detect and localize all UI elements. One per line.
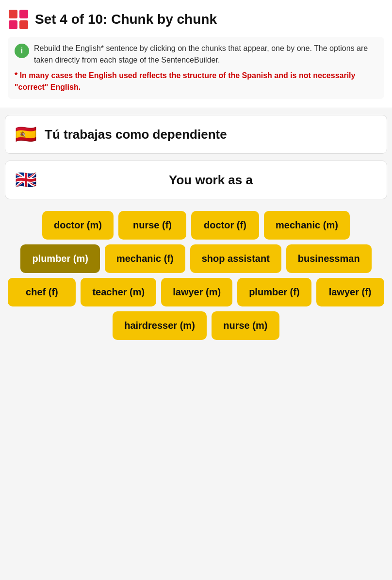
- header-title-row: Set 4 of 10: Chunk by chunk: [8, 9, 384, 30]
- english-sentence: You work as a: [45, 173, 377, 188]
- warning-text: * In many cases the English used reflect…: [15, 70, 377, 93]
- chunk-button[interactable]: hairdresser (m): [113, 311, 207, 340]
- spanish-flag: 🇪🇸: [15, 124, 37, 145]
- info-icon: i: [15, 44, 29, 58]
- chunk-button[interactable]: shop assistant: [190, 244, 281, 273]
- chunk-button[interactable]: mechanic (m): [264, 211, 350, 240]
- info-text: Rebuild the English* sentence by clickin…: [34, 43, 377, 66]
- chunk-button[interactable]: businessman: [286, 244, 372, 273]
- english-answer-section: 🇬🇧 You work as a: [5, 161, 387, 199]
- header-section: Set 4 of 10: Chunk by chunk i Rebuild th…: [0, 0, 392, 108]
- svg-rect-0: [9, 10, 17, 18]
- chunk-button[interactable]: teacher (m): [81, 278, 156, 306]
- chunk-button[interactable]: chef (f): [8, 278, 76, 306]
- app-icon: [8, 9, 29, 30]
- chunk-button[interactable]: plumber (f): [237, 278, 311, 306]
- svg-rect-1: [19, 10, 28, 18]
- chunks-grid: doctor (m)nurse (f)doctor (f)mechanic (m…: [5, 211, 387, 340]
- info-box: i Rebuild the English* sentence by click…: [8, 37, 384, 99]
- chunk-button[interactable]: nurse (m): [212, 311, 279, 340]
- english-flag: 🇬🇧: [15, 170, 37, 190]
- chunk-button[interactable]: lawyer (m): [161, 278, 232, 306]
- chunk-button[interactable]: mechanic (f): [105, 244, 185, 273]
- info-row: i Rebuild the English* sentence by click…: [15, 43, 377, 66]
- chunk-button[interactable]: doctor (f): [191, 211, 259, 240]
- chunk-button[interactable]: lawyer (f): [316, 278, 384, 306]
- spanish-sentence-section: 🇪🇸 Tú trabajas como dependiente: [5, 115, 387, 154]
- chunks-section: doctor (m)nurse (f)doctor (f)mechanic (m…: [0, 206, 392, 350]
- svg-rect-3: [19, 20, 28, 29]
- chunk-button[interactable]: doctor (m): [42, 211, 114, 240]
- spanish-sentence: Tú trabajas como dependiente: [45, 127, 227, 142]
- svg-rect-2: [9, 20, 17, 29]
- chunk-button[interactable]: nurse (f): [118, 211, 186, 240]
- chunk-button[interactable]: plumber (m): [20, 244, 100, 273]
- header-title: Set 4 of 10: Chunk by chunk: [35, 12, 217, 27]
